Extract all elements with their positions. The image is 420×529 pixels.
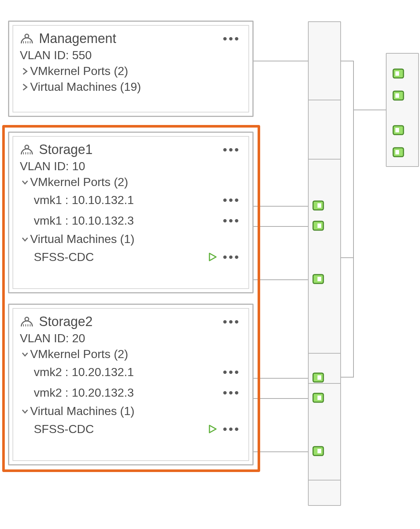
more-actions-button[interactable]: ••• — [221, 251, 242, 263]
connector — [353, 61, 354, 378]
connector — [254, 398, 308, 399]
svg-rect-32 — [317, 396, 321, 400]
chevron-right-icon — [20, 83, 30, 92]
connector — [254, 451, 308, 452]
port-status-icon — [312, 221, 324, 231]
port-group-management[interactable]: Management ••• VLAN ID: 550 VMkernel Por… — [8, 21, 254, 117]
vlan-id: 550 — [72, 49, 91, 62]
connector — [341, 377, 354, 378]
network-icon — [20, 32, 34, 45]
svg-rect-5 — [395, 128, 399, 132]
vmkernel-port-item[interactable]: vmk2 : 10.20.132.3 ••• — [34, 383, 242, 402]
port-group-title: Management — [39, 31, 116, 46]
physical-nic-icon — [392, 125, 404, 135]
chevron-down-icon — [20, 236, 30, 243]
connector — [254, 61, 308, 61]
chevron-right-icon — [20, 67, 30, 76]
more-actions-button[interactable]: ••• — [221, 143, 242, 156]
power-on-icon[interactable] — [207, 252, 218, 262]
svg-rect-30 — [317, 375, 321, 380]
network-icon — [20, 315, 34, 328]
svg-point-8 — [25, 34, 29, 38]
physical-nic-icon — [392, 68, 404, 79]
vlan-label: VLAN ID: — [20, 332, 72, 345]
more-actions-button[interactable]: ••• — [221, 194, 242, 206]
vlan-id: 20 — [72, 332, 85, 345]
chevron-down-icon — [20, 179, 30, 186]
physical-nic-icon — [392, 147, 404, 157]
vmkernel-port-item[interactable]: vmk1 : 10.10.132.1 ••• — [34, 190, 242, 210]
vmkernel-ports-toggle[interactable]: VMkernel Ports (2) — [20, 64, 242, 78]
network-icon — [20, 143, 34, 156]
svg-point-13 — [25, 145, 29, 149]
port-group-title: Storage1 — [39, 142, 93, 157]
more-actions-button[interactable]: ••• — [221, 423, 242, 435]
connector — [254, 378, 308, 379]
vlan-id: 10 — [72, 160, 85, 173]
virtual-machines-toggle[interactable]: Virtual Machines (19) — [20, 80, 242, 94]
vmkernel-ports-toggle[interactable]: VMkernel Ports (2) — [20, 175, 242, 189]
port-status-icon — [312, 200, 324, 211]
more-actions-button[interactable]: ••• — [221, 386, 242, 399]
port-status-icon — [312, 393, 324, 403]
port-group-storage2[interactable]: Storage2 ••• VLAN ID: 20 VMkernel Ports … — [8, 304, 254, 465]
svg-rect-34 — [317, 449, 321, 453]
port-status-icon — [312, 372, 324, 383]
power-on-icon[interactable] — [207, 424, 218, 434]
vlan-label: VLAN ID: — [20, 160, 72, 173]
port-status-icon — [312, 446, 324, 456]
topology-link-box-1 — [308, 21, 341, 100]
svg-rect-21 — [317, 224, 321, 228]
virtual-machine-item[interactable]: SFSS-CDC ••• — [34, 247, 242, 267]
virtual-machines-toggle[interactable]: Virtual Machines (1) — [20, 404, 242, 418]
svg-rect-19 — [317, 203, 321, 208]
vmkernel-port-item[interactable]: vmk2 : 10.20.132.1 ••• — [34, 362, 242, 382]
svg-point-24 — [25, 317, 29, 321]
connector — [254, 206, 308, 207]
virtual-machines-toggle[interactable]: Virtual Machines (1) — [20, 232, 242, 246]
svg-rect-1 — [395, 71, 399, 76]
more-actions-button[interactable]: ••• — [221, 214, 242, 227]
chevron-down-icon — [20, 351, 30, 358]
connector — [254, 279, 308, 280]
topology-link-box-2 — [308, 159, 341, 354]
more-actions-button[interactable]: ••• — [221, 366, 242, 378]
chevron-down-icon — [20, 408, 30, 415]
connector — [341, 257, 354, 258]
vlan-label: VLAN ID: — [20, 49, 72, 62]
port-status-icon — [312, 274, 324, 284]
svg-rect-7 — [395, 150, 399, 154]
port-group-storage1[interactable]: Storage1 ••• VLAN ID: 10 VMkernel Ports … — [8, 132, 254, 293]
more-actions-button[interactable]: ••• — [221, 315, 242, 328]
more-actions-button[interactable]: ••• — [221, 32, 242, 45]
connector — [341, 61, 354, 61]
port-group-title: Storage2 — [39, 314, 93, 329]
vmkernel-ports-toggle[interactable]: VMkernel Ports (2) — [20, 347, 242, 361]
physical-nic-icon — [392, 90, 404, 101]
svg-rect-23 — [317, 277, 321, 281]
svg-rect-3 — [395, 93, 399, 98]
connector — [254, 226, 308, 227]
vmkernel-port-item[interactable]: vmk1 : 10.10.132.3 ••• — [34, 211, 242, 230]
connector — [354, 110, 386, 110]
virtual-machine-item[interactable]: SFSS-CDC ••• — [34, 419, 242, 439]
